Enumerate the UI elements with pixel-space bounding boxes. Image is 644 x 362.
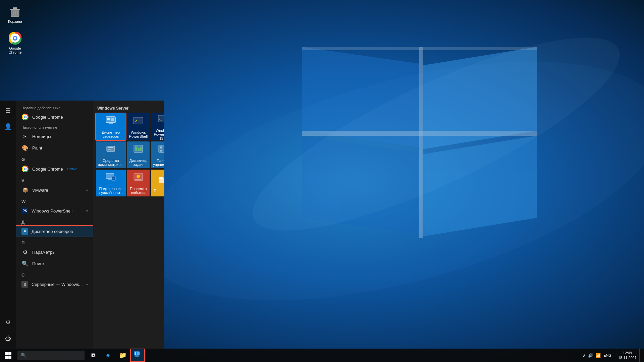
recycle-bin-icon[interactable]: Корзина <box>3 3 27 25</box>
tile-task-manager-label: Диспетчер задач <box>129 159 148 167</box>
tile-event-viewer-label: Просмотр событий <box>129 187 148 195</box>
tile-admin-tools[interactable]: Средства администрир... <box>96 141 126 168</box>
svg-rect-45 <box>160 146 162 148</box>
tile-explorer[interactable]: Проводник <box>151 170 164 196</box>
show-desktop-button[interactable] <box>639 349 641 362</box>
tiles-grid: Диспетчер серверов >_ Windows PowerShell <box>96 113 162 196</box>
network-icon: 🔊 <box>588 353 593 358</box>
svg-point-19 <box>14 37 16 40</box>
svg-rect-48 <box>164 150 164 152</box>
chevron-up-icon[interactable]: ∧ <box>583 353 586 358</box>
app-item-scissors[interactable]: ✂ Ножницы <box>16 131 93 142</box>
svg-marker-7 <box>302 131 537 136</box>
explorer-taskbar-icon: 📁 <box>119 352 126 359</box>
svg-rect-60 <box>159 179 164 179</box>
svg-text:>: > <box>113 177 114 180</box>
app-item-server-windows[interactable]: 🖥 Серверные — Windows... ▾ <box>16 279 93 290</box>
taskbar-explorer[interactable]: 📁 <box>115 349 130 362</box>
taskbar-task-view[interactable]: ⧉ <box>86 349 101 362</box>
tile-powershell-icon: >_ <box>133 115 144 128</box>
svg-point-8 <box>117 14 644 348</box>
power-icon[interactable]: ⏻ <box>1 331 15 346</box>
task-view-icon: ⧉ <box>91 352 96 359</box>
svg-rect-50 <box>108 179 112 180</box>
vmware-icon: 📦 <box>21 186 29 194</box>
svg-rect-38 <box>108 147 113 148</box>
tile-powershell-ise-label: Windows PowerShell ISE <box>153 128 164 140</box>
tile-powershell-ise[interactable]: >_ISE Windows PowerShell ISE <box>151 113 164 140</box>
svg-marker-2 <box>423 47 537 149</box>
google-chrome-desktop-icon[interactable]: Google Chrome <box>3 30 27 56</box>
svg-rect-39 <box>108 149 111 149</box>
systray-lang[interactable]: ENG <box>603 353 611 357</box>
svg-text:!: ! <box>138 175 139 178</box>
start-button[interactable] <box>0 349 16 362</box>
start-menu: ☰ 👤 ⚙ ⏻ Недавно добавленные <box>0 101 164 349</box>
letter-p: П <box>16 237 93 246</box>
tile-powershell[interactable]: >_ Windows PowerShell <box>127 113 150 140</box>
chrome-icon-recent <box>21 113 29 121</box>
svg-rect-47 <box>160 150 162 152</box>
tile-admin-tools-label: Средства администрир... <box>98 159 124 167</box>
chrome-g-label: Google Chrome <box>32 167 63 172</box>
scissors-label: Ножницы <box>32 134 51 139</box>
taskbar-search[interactable]: 🔍 <box>17 351 85 360</box>
settings-icon: ⚙ <box>21 248 29 256</box>
tile-event-viewer-icon: ! <box>133 172 144 185</box>
tile-event-viewer[interactable]: ! Просмотр событий <box>127 170 150 196</box>
start-menu-sidebar: ☰ 👤 ⚙ ⏻ <box>0 101 16 349</box>
vmware-label: VMware <box>32 188 48 193</box>
letter-g: G <box>16 154 93 163</box>
app-item-powershell[interactable]: PS Windows PowerShell ▾ <box>16 205 93 216</box>
tile-server-manager[interactable]: Диспетчер серверов <box>96 113 126 140</box>
letter-w: W <box>16 196 93 205</box>
server-manager-icon: 🖥 <box>21 228 28 235</box>
app-item-paint[interactable]: 🎨 Paint <box>16 142 93 154</box>
letter-s: С <box>16 269 93 279</box>
app-item-chrome-recent[interactable]: Google Chrome <box>16 111 93 123</box>
svg-marker-3 <box>302 136 419 235</box>
svg-rect-27 <box>107 118 110 119</box>
server-windows-label: Серверные — Windows... <box>32 282 83 287</box>
search-icon: 🔍 <box>21 260 29 267</box>
user-icon[interactable]: 👤 <box>1 119 15 134</box>
app-item-settings[interactable]: ⚙ Параметры <box>16 246 93 258</box>
chrome-g-badge: Новые <box>67 167 77 171</box>
svg-rect-63 <box>135 353 136 354</box>
svg-point-25 <box>24 168 26 170</box>
settings-sidebar-icon[interactable]: ⚙ <box>1 315 15 330</box>
app-list: Недавно добавленные Google Chrome Часто … <box>16 101 93 349</box>
systray-time: 12:09 <box>623 351 632 355</box>
app-item-search[interactable]: 🔍 Поиск <box>16 258 93 269</box>
app-item-vmware[interactable]: 📦 VMware ▾ <box>16 184 93 196</box>
google-chrome-desktop-label: Google Chrome <box>5 46 25 54</box>
svg-rect-66 <box>136 355 138 356</box>
svg-rect-46 <box>164 146 164 148</box>
tile-remote-desktop[interactable]: > Подключение к удалённом... <box>96 170 126 196</box>
svg-rect-30 <box>111 118 114 121</box>
app-item-chrome-g[interactable]: Google Chrome Новые <box>16 163 93 175</box>
svg-rect-65 <box>137 352 139 355</box>
tile-powershell-ise-icon: >_ISE <box>158 113 164 126</box>
tile-remote-desktop-label: Подключение к удалённом... <box>98 187 124 195</box>
svg-rect-31 <box>109 123 113 124</box>
tile-control-panel-icon <box>158 143 164 157</box>
taskbar-server-manager[interactable] <box>130 349 145 362</box>
systray-date: 18.11.2021 <box>618 355 637 360</box>
systray-clock[interactable]: 12:09 18.11.2021 <box>615 351 639 360</box>
svg-marker-1 <box>302 47 419 147</box>
app-item-server-manager[interactable]: 🖥 Диспетчер серверов <box>16 226 93 237</box>
svg-rect-42 <box>138 148 140 151</box>
tile-task-manager[interactable]: Диспетчер задач <box>127 141 150 168</box>
tile-control-panel[interactable]: Панель управления <box>151 141 164 168</box>
hamburger-menu-icon[interactable]: ☰ <box>1 103 15 118</box>
svg-rect-67 <box>135 356 139 357</box>
paint-label: Paint <box>32 145 42 150</box>
tile-explorer-icon <box>158 174 164 187</box>
tiles-panel: Windows Server <box>93 101 164 349</box>
tile-powershell-label: Windows PowerShell <box>129 130 148 138</box>
recently-added-label: Недавно добавленные <box>16 103 93 111</box>
tile-control-panel-label: Панель управления <box>153 159 164 167</box>
taskbar-edge[interactable]: e <box>101 349 115 362</box>
frequently-used-label: Часто используемые <box>16 123 93 131</box>
